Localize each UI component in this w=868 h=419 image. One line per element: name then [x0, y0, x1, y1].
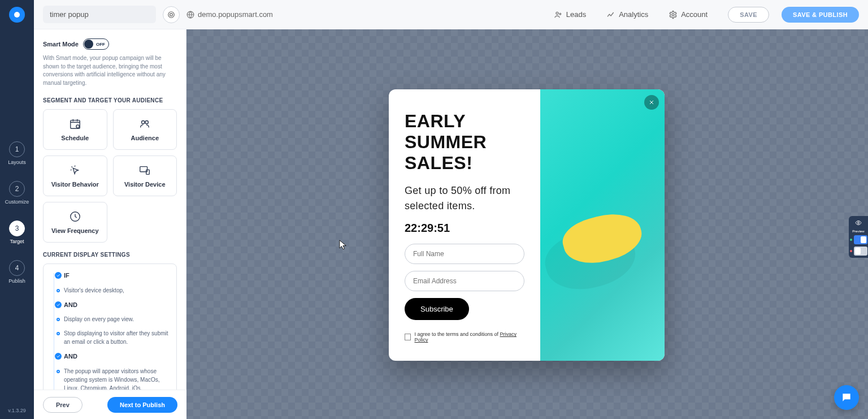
rule-and: AND [48, 300, 172, 310]
step-target[interactable]: 3 Target [9, 221, 25, 244]
svg-point-5 [672, 14, 674, 16]
popup-subhead: Get up to 50% off from selected items. [405, 183, 524, 214]
nav-account[interactable]: Account [669, 10, 708, 19]
svg-point-9 [145, 121, 149, 124]
svg-point-4 [559, 13, 561, 15]
close-icon [648, 99, 655, 106]
cursor-icon [339, 240, 347, 250]
chat-icon [841, 392, 852, 403]
card-audience[interactable]: Audience [113, 109, 177, 150]
rule-and: AND [48, 352, 172, 361]
popup-close-button[interactable] [644, 95, 659, 110]
chat-bubble[interactable] [834, 385, 859, 410]
preview-label: Preview [852, 230, 864, 233]
current-settings-header: CURRENT DISPLAY SETTINGS [43, 252, 177, 258]
domain-display: demo.popupsmart.com [186, 10, 273, 19]
cursor-click-icon [68, 164, 82, 176]
card-visitor-device[interactable]: Visitor Device [113, 155, 177, 196]
rule-if: IF [48, 271, 172, 280]
popup-subscribe-button[interactable]: Subscribe [405, 298, 469, 320]
svg-point-13 [858, 222, 860, 224]
step-publish[interactable]: 4 Publish [8, 260, 25, 284]
popup-email-input[interactable] [405, 271, 524, 291]
popup-agree-checkbox[interactable] [405, 334, 411, 340]
canvas[interactable]: EARLY SUMMER SALES! Get up to 50% off fr… [186, 29, 868, 419]
eye-icon [854, 219, 863, 226]
calendar-icon [68, 118, 82, 130]
popup-timer: 22:29:51 [405, 222, 524, 235]
gear-icon [669, 10, 678, 19]
smart-mode-toggle[interactable]: OFF [83, 38, 109, 50]
side-panel: Smart Mode OFF With Smart mode, your pop… [34, 29, 186, 419]
card-schedule[interactable]: Schedule [43, 109, 107, 150]
popup-headline: EARLY SUMMER SALES! [405, 111, 524, 173]
prev-button[interactable]: Prev [43, 397, 83, 413]
next-button[interactable]: Next to Publish [107, 397, 177, 413]
svg-point-3 [556, 12, 558, 14]
rule-item: Visitor's device desktop, [48, 286, 172, 295]
nav-analytics[interactable]: Analytics [606, 10, 648, 19]
version-label: v.1.3.29 [0, 408, 34, 413]
segment-header: SEGMENT AND TARGET YOUR AUDIENCE [43, 97, 177, 103]
svg-rect-6 [71, 120, 80, 129]
svg-point-0 [168, 11, 175, 18]
save-button[interactable]: SAVE [728, 7, 769, 23]
step-customize[interactable]: 2 Customize [5, 181, 29, 205]
leads-icon [554, 10, 563, 19]
popup-image [540, 89, 665, 361]
campaign-title-input[interactable] [43, 6, 156, 23]
preview-toggle-on[interactable] [854, 235, 867, 244]
audience-icon [138, 118, 151, 130]
analytics-icon [606, 10, 615, 19]
devices-icon [138, 164, 151, 176]
popup-agree-row: I agree to the terms and conditions of P… [405, 331, 524, 343]
nav-leads[interactable]: Leads [554, 10, 586, 19]
rule-item: The popup will appear visitors whose ope… [48, 367, 172, 392]
popup-name-input[interactable] [405, 244, 524, 264]
rule-item: Stop displaying to visitor after they su… [48, 329, 172, 346]
svg-point-8 [142, 121, 145, 124]
preview-controls: Preview [849, 216, 868, 258]
clock-icon [68, 210, 82, 223]
card-visitor-behavior[interactable]: Visitor Behavior [43, 155, 107, 196]
svg-point-7 [76, 125, 80, 128]
svg-point-1 [170, 13, 173, 16]
save-publish-button[interactable]: SAVE & PUBLISH [782, 7, 859, 23]
rule-item: Display on every page view. [48, 315, 172, 323]
popup-preview: EARLY SUMMER SALES! Get up to 50% off fr… [389, 89, 665, 361]
app-logo[interactable] [9, 7, 25, 23]
target-icon[interactable] [163, 6, 180, 23]
top-bar: demo.popupsmart.com Leads Analytics Acco… [34, 0, 868, 29]
left-nav: 1 Layouts 2 Customize 3 Target 4 Publish… [0, 0, 34, 419]
smart-mode-label: Smart Mode [43, 41, 79, 47]
card-view-frequency[interactable]: View Frequency [43, 202, 107, 243]
preview-toggle-off[interactable] [854, 247, 867, 256]
step-layouts[interactable]: 1 Layouts [8, 141, 26, 165]
smart-mode-description: With Smart mode, your popup campaign wil… [43, 54, 177, 87]
globe-icon [186, 11, 194, 19]
panel-footer: Prev Next to Publish [34, 390, 186, 419]
